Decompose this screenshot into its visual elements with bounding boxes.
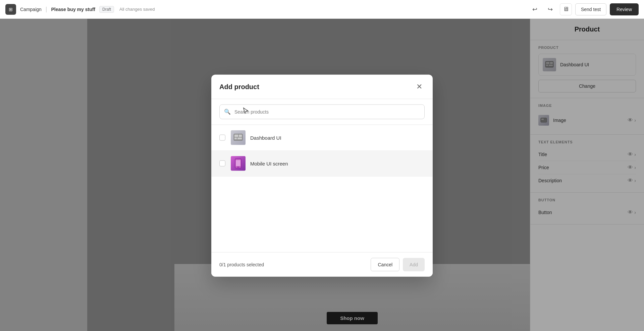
svg-rect-10 bbox=[237, 138, 242, 139]
dashboard-ui-thumb bbox=[231, 130, 246, 145]
cancel-button[interactable]: Cancel bbox=[371, 258, 399, 271]
svg-rect-13 bbox=[236, 160, 240, 166]
svg-rect-11 bbox=[239, 135, 242, 137]
dashboard-thumb-inner bbox=[231, 130, 246, 145]
modal-header: Add product ✕ bbox=[211, 75, 433, 99]
redo-button[interactable]: ↪ bbox=[544, 3, 556, 15]
app-logo: ⊞ bbox=[5, 4, 16, 15]
modal-search-area: 🔍 bbox=[211, 99, 433, 125]
product-search-input[interactable] bbox=[219, 105, 425, 119]
preview-button[interactable]: 🖥 bbox=[560, 3, 572, 15]
add-product-modal: Add product ✕ 🔍 bbox=[211, 75, 433, 277]
campaign-label: Campaign bbox=[20, 7, 42, 12]
modal-title: Add product bbox=[219, 83, 259, 90]
save-status: All changes saved bbox=[119, 7, 155, 12]
nav-divider: | bbox=[46, 6, 47, 13]
topbar-actions: ↩ ↪ 🖥 Send test Review bbox=[529, 3, 639, 15]
svg-rect-9 bbox=[234, 138, 237, 139]
mobile-ui-checkbox[interactable] bbox=[219, 160, 225, 167]
dashboard-ui-checkbox[interactable] bbox=[219, 135, 225, 141]
mobile-ui-name: Mobile UI screen bbox=[250, 160, 288, 166]
modal-close-button[interactable]: ✕ bbox=[414, 81, 425, 92]
svg-rect-14 bbox=[237, 167, 239, 168]
list-item[interactable]: Dashboard UI bbox=[211, 125, 433, 151]
mobile-ui-thumb bbox=[231, 156, 246, 171]
campaign-title: Please buy my stuff bbox=[51, 7, 96, 12]
add-button[interactable]: Add bbox=[403, 258, 425, 271]
svg-rect-8 bbox=[234, 135, 238, 137]
search-wrapper: 🔍 bbox=[219, 105, 425, 119]
topbar: ⊞ Campaign | Please buy my stuff Draft A… bbox=[0, 0, 644, 19]
mobile-thumb-inner bbox=[231, 156, 246, 171]
review-button[interactable]: Review bbox=[610, 3, 639, 15]
draft-badge: Draft bbox=[99, 6, 114, 13]
product-list: Dashboard UI Mobile UI screen bbox=[211, 125, 433, 252]
modal-footer: 0/1 products selected Cancel Add bbox=[211, 252, 433, 277]
footer-actions: Cancel Add bbox=[371, 258, 425, 271]
selection-count: 0/1 products selected bbox=[219, 262, 264, 267]
dashboard-ui-name: Dashboard UI bbox=[250, 135, 281, 140]
list-item[interactable]: Mobile UI screen bbox=[211, 151, 433, 177]
grid-icon: ⊞ bbox=[9, 7, 13, 12]
send-test-button[interactable]: Send test bbox=[575, 3, 606, 15]
undo-button[interactable]: ↩ bbox=[529, 3, 541, 15]
